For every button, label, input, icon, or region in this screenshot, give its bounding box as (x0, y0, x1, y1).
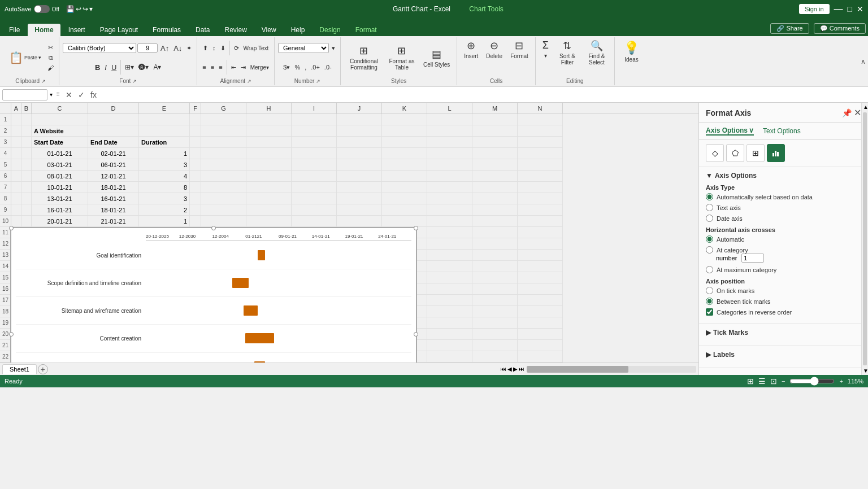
col-header-m[interactable]: M (472, 103, 518, 113)
col-header-e[interactable]: E (139, 103, 190, 113)
confirm-formula-button[interactable]: ✓ (76, 89, 87, 101)
cell-d5[interactable]: 06-01-21 (88, 159, 139, 171)
col-header-d[interactable]: D (88, 103, 139, 113)
tab-formulas[interactable]: Formulas (146, 24, 188, 36)
h-axis-category-radio[interactable] (706, 246, 713, 254)
tab-insert[interactable]: Insert (62, 24, 92, 36)
insert-button[interactable]: ⊕ Insert (461, 38, 481, 60)
cell-d6[interactable]: 12-01-21 (88, 171, 139, 182)
col-header-c[interactable]: C (32, 103, 88, 113)
cell-a2[interactable] (11, 125, 21, 137)
cell-c6[interactable]: 08-01-21 (32, 171, 88, 182)
chart-handle-tl[interactable] (9, 226, 14, 230)
zoom-minus[interactable]: − (782, 378, 785, 385)
font-color-button[interactable]: A▾ (151, 62, 163, 72)
ideas-button[interactable]: 💡 Ideas (618, 38, 645, 65)
cell-c2[interactable]: A Website (32, 125, 88, 137)
tab-format[interactable]: Format (349, 24, 384, 36)
fx-button[interactable]: fx (88, 89, 99, 101)
cell-e2[interactable] (139, 125, 190, 137)
effects-icon-btn[interactable]: ⬠ (726, 144, 744, 162)
chart-handle-ml[interactable] (9, 332, 14, 337)
number-format-select[interactable]: General (278, 43, 329, 53)
scroll-prev-button[interactable]: ◀ (507, 366, 512, 372)
cell-m2[interactable] (472, 125, 518, 137)
tick-marks-section-title[interactable]: ▶ Tick Marks (706, 329, 861, 337)
maximize-btn[interactable]: □ (848, 5, 852, 14)
cell-c7[interactable]: 10-01-21 (32, 182, 88, 193)
cell-d3[interactable]: End Date (88, 137, 139, 148)
gantt-bar[interactable] (232, 278, 249, 288)
autosum-button[interactable]: Σ ▾ (539, 38, 552, 60)
bold-button[interactable]: B (93, 62, 102, 73)
gantt-bar[interactable] (245, 333, 274, 343)
text-options-nav[interactable]: Text Options (763, 126, 801, 136)
zoom-slider[interactable] (789, 377, 835, 386)
cell-g2[interactable] (201, 125, 246, 137)
tab-home[interactable]: Home (28, 24, 60, 36)
align-right-button[interactable]: ≡ (217, 63, 224, 72)
cell-a1[interactable] (11, 114, 21, 125)
cell-e9[interactable]: 2 (139, 204, 190, 216)
h-axis-auto-radio[interactable] (706, 235, 713, 243)
share-button[interactable]: 🔗 Share (770, 23, 809, 34)
scroll-up-button[interactable]: ▲ (862, 103, 868, 111)
view-normal-button[interactable]: ⊞ (747, 377, 754, 386)
labels-section-title[interactable]: ▶ Labels (706, 351, 861, 359)
align-bottom-button[interactable]: ⬇ (219, 43, 227, 53)
find-select-button[interactable]: 🔍 Find & Select (583, 38, 611, 67)
cell-i3[interactable] (292, 137, 337, 148)
sheet-tab-sheet1[interactable]: Sheet1 (2, 364, 37, 374)
cell-f3[interactable] (190, 137, 201, 148)
tab-page-layout[interactable]: Page Layout (93, 24, 145, 36)
axis-pos-between-radio[interactable] (706, 298, 713, 305)
fill-line-icon-btn[interactable]: ◇ (706, 144, 724, 162)
cell-h1[interactable] (246, 114, 292, 125)
cell-m3[interactable] (472, 137, 518, 148)
formula-input[interactable] (101, 90, 866, 100)
cell-g3[interactable] (201, 137, 246, 148)
cell-b3[interactable] (21, 137, 32, 148)
gantt-bar[interactable] (254, 361, 265, 363)
cell-h2[interactable] (246, 125, 292, 137)
cell-j1[interactable] (337, 114, 382, 125)
indent-inc-button[interactable]: ⇥ (239, 63, 248, 72)
cell-e8[interactable]: 3 (139, 193, 190, 204)
view-break-button[interactable]: ⊡ (770, 377, 777, 386)
cell-c5[interactable]: 03-01-21 (32, 159, 88, 171)
border-button[interactable]: ⊞▾ (123, 62, 136, 72)
cell-n1[interactable] (518, 114, 563, 125)
horizontal-scrollbar[interactable] (527, 366, 696, 373)
cell-c1[interactable] (32, 114, 88, 125)
cell-e4[interactable]: 1 (139, 148, 190, 159)
cell-n3[interactable] (518, 137, 563, 148)
cell-c8[interactable]: 13-01-21 (32, 193, 88, 204)
scroll-down-button[interactable]: ▼ (862, 366, 868, 375)
cell-c10[interactable]: 20-01-21 (32, 216, 88, 227)
conditional-formatting-button[interactable]: ⊞ Conditional Formatting (344, 43, 384, 72)
name-box[interactable]: Chart 1 (2, 89, 47, 101)
cell-k2[interactable] (382, 125, 427, 137)
col-header-b[interactable]: B (21, 103, 32, 113)
category-number-input[interactable] (741, 254, 764, 263)
tab-review[interactable]: Review (218, 24, 253, 36)
cell-b1[interactable] (21, 114, 32, 125)
axis-options-section-title[interactable]: ▼ Axis Options (706, 172, 861, 180)
format-as-table-button[interactable]: ⊞ Format as Table (385, 43, 419, 72)
align-left-button[interactable]: ≡ (201, 63, 207, 72)
add-sheet-button[interactable]: + (38, 364, 48, 374)
autosave-toggle[interactable] (34, 5, 50, 13)
italic-button[interactable]: I (103, 62, 108, 73)
cell-h3[interactable] (246, 137, 292, 148)
chart-handle-tr[interactable] (414, 226, 418, 230)
paste-button[interactable]: 📋 Paste ▾ (6, 51, 45, 64)
chart-container[interactable]: 20-12-2025 12-2030 12-2004 01-2121 09-01… (10, 227, 417, 363)
cut-button[interactable]: ✂ (46, 43, 55, 53)
copy-button[interactable]: ⧉ (46, 53, 55, 63)
close-btn[interactable]: ✕ (857, 5, 863, 14)
qs-more[interactable]: ▾ (89, 5, 93, 13)
sign-in-button[interactable]: Sign in (799, 4, 830, 14)
h-axis-max-radio[interactable] (706, 266, 713, 273)
dec-inc-button[interactable]: .0+ (309, 63, 322, 72)
cell-k3[interactable] (382, 137, 427, 148)
